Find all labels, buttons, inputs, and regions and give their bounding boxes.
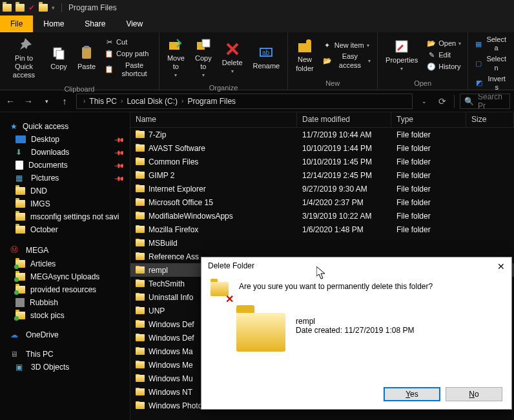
- select-all-button[interactable]: ▦Select a: [473, 35, 509, 53]
- sidebar-thispc[interactable]: 🖥This PC: [0, 348, 130, 361]
- sidebar-item-documents[interactable]: Documents📌: [0, 159, 130, 172]
- copy-button[interactable]: Copy: [48, 43, 70, 72]
- breadcrumb-item[interactable]: Program Files: [185, 97, 238, 106]
- paste-button[interactable]: Paste: [75, 43, 98, 72]
- move-to-button[interactable]: Move to▾: [165, 35, 187, 80]
- breadcrumb-item[interactable]: This PC: [87, 97, 119, 106]
- folder-icon: [136, 239, 145, 246]
- back-button[interactable]: ←: [4, 95, 17, 108]
- column-headers[interactable]: Name Date modified Type Size: [130, 112, 514, 128]
- forward-button[interactable]: →: [22, 95, 35, 108]
- paste-shortcut-icon: 📋: [105, 65, 114, 74]
- properties-button[interactable]: Properties▾: [383, 37, 420, 74]
- folder-icon: [136, 334, 145, 341]
- tab-view[interactable]: View: [116, 15, 153, 32]
- sidebar-onedrive[interactable]: ☁OneDrive: [0, 328, 130, 341]
- breadcrumb[interactable]: › This PC › Local Disk (C:) › Program Fi…: [76, 94, 413, 109]
- dialog-title: Delete Folder: [208, 261, 254, 272]
- warning-folder-icon: ✕: [211, 282, 231, 303]
- file-type: File folder: [391, 130, 466, 139]
- paste-shortcut-button[interactable]: 📋Paste shortcut: [103, 61, 154, 79]
- edit-button[interactable]: ✎Edit: [426, 50, 462, 61]
- folder-preview-icon: [236, 313, 285, 352]
- address-dropdown[interactable]: ⌄: [418, 95, 431, 108]
- table-row[interactable]: Mozilla Firefox1/6/2020 1:48 PMFile fold…: [130, 223, 514, 236]
- rename-button[interactable]: ab Rename: [251, 43, 283, 72]
- history-button[interactable]: 🕘History: [426, 62, 462, 72]
- svg-rect-9: [298, 43, 311, 52]
- sidebar-item-articles[interactable]: Articles: [0, 257, 130, 270]
- sidebar-item-downloads[interactable]: ⬇Downloads📌: [0, 146, 130, 159]
- column-size[interactable]: Size: [466, 112, 514, 127]
- tab-file[interactable]: File: [0, 15, 33, 32]
- sidebar-item-rubbish[interactable]: Rubbish: [0, 296, 130, 309]
- sidebar-item-imgs[interactable]: IMGS: [0, 197, 130, 210]
- select-none-button[interactable]: ▢Select n: [473, 54, 509, 72]
- table-row[interactable]: ModifiableWindowsApps3/19/2019 10:22 AMF…: [130, 209, 514, 223]
- new-folder-button[interactable]: New folder: [293, 36, 316, 74]
- column-type[interactable]: Type: [391, 112, 466, 127]
- up-button[interactable]: ↑: [58, 95, 71, 108]
- table-row[interactable]: MSBuild: [130, 236, 514, 250]
- table-row[interactable]: Common Files10/10/2019 1:45 PMFile folde…: [130, 155, 514, 168]
- rubbish-icon: [15, 298, 25, 307]
- folder-icon: [15, 286, 25, 294]
- table-row[interactable]: GIMP 212/14/2019 2:45 PMFile folder: [130, 168, 514, 182]
- search-input[interactable]: 🔍 Search Pr: [460, 94, 510, 109]
- ribbon-tabs: File Home Share View: [0, 15, 514, 32]
- recent-button[interactable]: ▾: [40, 95, 53, 108]
- table-row[interactable]: AVAST Software10/10/2019 1:44 PMFile fol…: [130, 141, 514, 155]
- sidebar-item-stock[interactable]: stock pics: [0, 309, 130, 322]
- folder-icon: [136, 375, 145, 382]
- file-date: 1/4/2020 2:37 PM: [297, 198, 391, 207]
- close-button[interactable]: ✕: [497, 261, 505, 272]
- table-row[interactable]: Microsoft Office 151/4/2020 2:37 PMFile …: [130, 195, 514, 209]
- tab-home[interactable]: Home: [33, 15, 74, 32]
- desktop-icon: [15, 135, 26, 143]
- downloads-icon: ⬇: [15, 148, 26, 157]
- sidebar-item-desktop[interactable]: Desktop📌: [0, 133, 130, 146]
- file-name: Uninstall Info: [149, 293, 193, 302]
- file-type: File folder: [391, 144, 466, 153]
- file-name: MSBuild: [149, 239, 178, 248]
- sidebar-item-october[interactable]: October: [0, 223, 130, 236]
- yes-button[interactable]: Yes: [384, 387, 440, 401]
- file-date: 10/10/2019 1:44 PM: [297, 144, 391, 153]
- copy-path-button[interactable]: 📋Copy path: [103, 49, 154, 59]
- column-date[interactable]: Date modified: [297, 112, 391, 127]
- file-type: File folder: [391, 225, 466, 234]
- sidebar-mega[interactable]: ⓂMEGA: [0, 243, 130, 257]
- sidebar-item-3dobjects[interactable]: ▣3D Objects: [0, 361, 130, 374]
- cut-button[interactable]: ✂Cut: [103, 37, 154, 48]
- select-none-icon: ▢: [475, 59, 482, 68]
- file-name: rempl: [149, 266, 168, 275]
- sidebar-item-megasync[interactable]: MEGAsync Uploads: [0, 270, 130, 283]
- open-icon: 📂: [427, 39, 436, 48]
- breadcrumb-item[interactable]: Local Disk (C:): [124, 97, 180, 106]
- sidebar-item-pictures[interactable]: ▦Pictures📌: [0, 172, 130, 185]
- folder-icon: [136, 321, 145, 328]
- file-name: Windows Mu: [149, 374, 193, 383]
- file-name: Windows Def: [149, 320, 194, 329]
- invert-selection-button[interactable]: ◩Invert s: [473, 74, 509, 92]
- delete-button[interactable]: Delete▾: [220, 39, 245, 76]
- copy-to-button[interactable]: Copy to▾: [192, 35, 214, 80]
- scissors-icon: ✂: [105, 38, 114, 47]
- table-row[interactable]: 7-Zip11/7/2019 10:44 AMFile folder: [130, 128, 514, 141]
- chevron-down-icon[interactable]: ▾: [52, 5, 55, 11]
- sidebar-item-dnd[interactable]: DND: [0, 185, 130, 197]
- sidebar-item-provided[interactable]: provided resources: [0, 283, 130, 296]
- no-button[interactable]: No: [446, 387, 502, 401]
- group-label-new: New: [288, 78, 377, 90]
- tab-share[interactable]: Share: [74, 15, 116, 32]
- sidebar-quick-access[interactable]: ★Quick access: [0, 120, 130, 133]
- column-name[interactable]: Name: [130, 112, 297, 127]
- open-button[interactable]: 📂Open ▾: [426, 39, 462, 49]
- sidebar-item-msconfig[interactable]: msconfig settings not savi: [0, 210, 130, 223]
- table-row[interactable]: Internet Explorer9/27/2019 9:30 AMFile f…: [130, 182, 514, 195]
- new-item-button[interactable]: ✦New item ▾: [322, 40, 372, 50]
- refresh-button[interactable]: ⟳: [436, 95, 449, 108]
- easy-access-button[interactable]: 📂Easy access ▾: [322, 52, 372, 70]
- objects-icon: ▣: [15, 363, 26, 372]
- pin-to-quick-access-button[interactable]: Pin to Quick access: [5, 35, 43, 81]
